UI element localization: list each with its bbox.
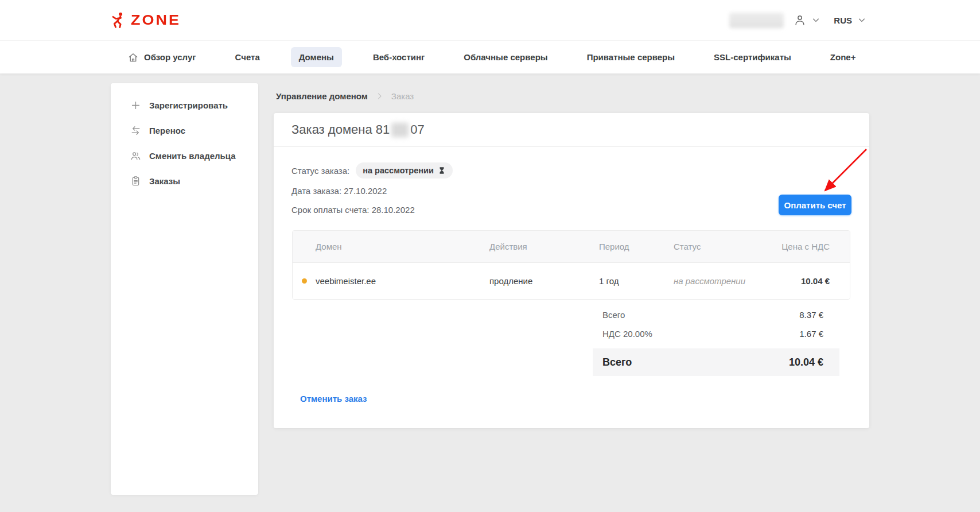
header-right: RUS bbox=[729, 13, 866, 28]
status-badge: на рассмотрении bbox=[356, 162, 453, 179]
vat-row: НДС 20.00% 1.67 € bbox=[593, 324, 839, 343]
order-status-line: Статус заказа: на рассмотрении bbox=[291, 162, 453, 179]
sidebar-label: Сменить владельца bbox=[149, 151, 236, 161]
order-title: Заказ домена 8107 bbox=[274, 113, 869, 147]
order-title-suffix: 07 bbox=[410, 122, 424, 137]
col-action: Действия bbox=[489, 242, 599, 251]
nav-label: Облачные серверы bbox=[464, 52, 547, 62]
cell-domain: veebimeister.ee bbox=[316, 276, 489, 286]
vat-label: НДС 20.00% bbox=[602, 329, 652, 339]
sidebar-label: Зарегистрировать bbox=[149, 100, 228, 110]
order-title-prefix: Заказ домена 81 bbox=[291, 122, 390, 137]
account-name-redacted[interactable] bbox=[729, 13, 784, 28]
cell-period: 1 год bbox=[599, 276, 674, 286]
col-domain: Домен bbox=[316, 242, 489, 251]
payment-due-date: Срок оплаты счета: 28.10.2022 bbox=[291, 205, 415, 215]
clipboard-icon bbox=[130, 176, 141, 187]
col-price: Цена с НДС bbox=[780, 242, 850, 251]
nav-item-services-overview[interactable]: Обзор услуг bbox=[119, 46, 204, 68]
nav-label: Домены bbox=[299, 52, 334, 62]
plus-icon bbox=[130, 100, 141, 111]
cell-action: продление bbox=[489, 276, 599, 286]
two-users-icon bbox=[130, 150, 141, 161]
sidebar-item-transfer[interactable]: Перенос bbox=[111, 118, 258, 143]
breadcrumb-current: Заказ bbox=[391, 91, 414, 101]
nav-label: Обзор услуг bbox=[144, 52, 196, 62]
order-items-table: Домен Действия Период СтатусЦена с НДС v… bbox=[292, 230, 850, 300]
sidebar-item-register[interactable]: Зарегистрировать bbox=[111, 92, 258, 118]
grand-total-value: 10.04 € bbox=[789, 356, 823, 369]
status-label: Статус заказа: bbox=[291, 166, 349, 176]
top-header: zone RUS bbox=[0, 0, 980, 40]
breadcrumb: Управление доменом Заказ bbox=[276, 91, 414, 101]
nav-label: SSL-сертификаты bbox=[714, 52, 791, 62]
totals-subsection: Всего 8.37 € НДС 20.00% 1.67 € bbox=[593, 305, 839, 343]
order-number-redacted bbox=[391, 123, 409, 137]
logo-wordmark: zone bbox=[131, 13, 181, 28]
nav-label: Счета bbox=[235, 52, 260, 62]
nav-item-cloud-servers[interactable]: Облачные серверы bbox=[456, 47, 555, 67]
nav-item-zone-plus[interactable]: Zone+ bbox=[822, 47, 864, 67]
sidebar-label: Перенос bbox=[149, 126, 185, 135]
nav-label: Приватные серверы bbox=[587, 52, 675, 62]
zone-logo[interactable]: zone bbox=[111, 11, 181, 29]
grand-total-label: Всего bbox=[602, 356, 632, 369]
order-card: Заказ домена 8107 Статус заказа: на расс… bbox=[274, 113, 869, 428]
vat-value: 1.67 € bbox=[799, 329, 823, 339]
pay-invoice-button[interactable]: Оплатить счет bbox=[779, 195, 851, 215]
cell-status: на рассмотрении bbox=[674, 276, 780, 286]
subtotal-row: Всего 8.37 € bbox=[593, 305, 839, 324]
nav-item-ssl-certificates[interactable]: SSL-сертификаты bbox=[706, 47, 799, 67]
transfer-arrows-icon bbox=[130, 125, 141, 136]
cancel-order-link[interactable]: Отменить заказ bbox=[300, 394, 367, 404]
col-status: Статус bbox=[674, 242, 780, 251]
nav-item-invoices[interactable]: Счета bbox=[227, 47, 268, 67]
account-chevron-down-icon[interactable] bbox=[811, 15, 820, 25]
page: zone RUS bbox=[0, 0, 980, 512]
table-row: veebimeister.ee продление 1 год на рассм… bbox=[293, 262, 850, 299]
status-dot-icon bbox=[302, 278, 307, 284]
cell-price: 10.04 € bbox=[780, 276, 850, 286]
runner-icon bbox=[111, 11, 126, 29]
hourglass-icon bbox=[438, 166, 446, 174]
order-date: Дата заказа: 27.10.2022 bbox=[291, 186, 387, 196]
status-badge-text: на рассмотрении bbox=[363, 166, 434, 175]
nav-item-domains[interactable]: Домены bbox=[291, 47, 342, 67]
chevron-right-icon bbox=[375, 91, 384, 101]
table-header-row: Домен Действия Период СтатусЦена с НДС bbox=[293, 231, 850, 262]
nav-item-webhosting[interactable]: Веб-хостинг bbox=[365, 47, 433, 67]
user-icon[interactable] bbox=[794, 14, 806, 26]
home-icon bbox=[127, 52, 139, 63]
nav-label: Zone+ bbox=[830, 52, 856, 62]
sidebar-item-change-owner[interactable]: Сменить владельца bbox=[111, 143, 258, 168]
grand-total-row: Всего 10.04 € bbox=[593, 348, 839, 376]
breadcrumb-parent[interactable]: Управление доменом bbox=[276, 91, 368, 101]
domain-sidebar: Зарегистрировать Перенос Сменить владель… bbox=[111, 83, 258, 495]
nav-item-private-servers[interactable]: Приватные серверы bbox=[579, 47, 683, 67]
language-chevron-down-icon[interactable] bbox=[857, 15, 866, 25]
col-period: Период bbox=[599, 242, 674, 251]
sidebar-item-orders[interactable]: Заказы bbox=[111, 168, 258, 193]
main-navigation: Обзор услуг Счета Домены Веб-хостинг Обл… bbox=[0, 40, 980, 73]
nav-label: Веб-хостинг bbox=[373, 52, 425, 62]
language-selector[interactable]: RUS bbox=[834, 15, 852, 25]
subtotal-value: 8.37 € bbox=[799, 310, 823, 320]
subtotal-label: Всего bbox=[602, 310, 625, 320]
sidebar-label: Заказы bbox=[149, 176, 180, 186]
